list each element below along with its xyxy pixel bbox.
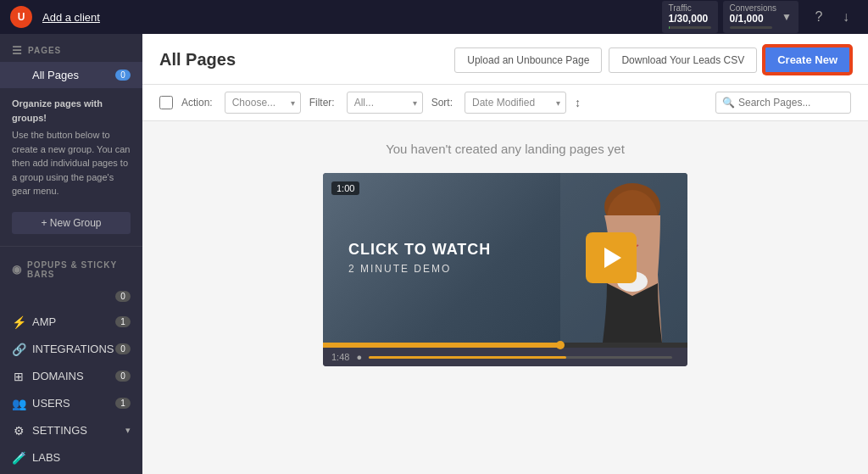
sidebar-item-users[interactable]: 👥 USERS 1 (0, 390, 142, 417)
empty-state-message: You haven't created any landing pages ye… (386, 142, 625, 156)
domains-icon: ⊞ (12, 370, 25, 383)
video-left-content: CLICK TO WATCH 2 MINUTE DEMO (323, 241, 491, 275)
search-input[interactable] (715, 92, 851, 114)
help-icon[interactable]: ? (807, 5, 831, 29)
video-thumbnail: 1:00 CLICK TO WATCH 2 MINUTE DEMO (323, 173, 687, 343)
sidebar: ☰ PAGES All Pages 0 Organize pages with … (0, 34, 142, 474)
add-client-link[interactable]: Add a client (42, 11, 100, 24)
users-label: USERS (32, 397, 70, 410)
sidebar-item-settings[interactable]: ⚙ SETTINGS ▾ (0, 417, 142, 444)
search-icon: 🔍 (722, 97, 735, 109)
page-title: All Pages (159, 50, 448, 70)
click-to-watch-text: CLICK TO WATCH (348, 241, 491, 259)
conversions-stat: Conversions 0/1,000 ▼ (723, 1, 798, 33)
domains-badge: 0 (115, 371, 131, 382)
sort-select-wrapper: Date Modified ▾ (465, 92, 566, 114)
progress-fill (323, 343, 560, 348)
logo[interactable]: U (10, 6, 32, 28)
action-select[interactable]: Choose... (225, 92, 301, 114)
traffic-bar (669, 26, 711, 29)
select-all-checkbox[interactable] (159, 96, 173, 109)
popups-label: POPUPS & STICKY BARS (27, 260, 131, 279)
sidebar-item-all-pages[interactable]: All Pages 0 (0, 62, 142, 88)
popups-icon: ◉ (12, 263, 22, 276)
sort-direction-icon[interactable]: ↕ (575, 96, 581, 109)
integrations-icon: 🔗 (12, 343, 25, 356)
video-progress-bar (323, 343, 687, 348)
progress-dot-icon: ● (356, 352, 362, 362)
new-group-button[interactable]: + New Group (12, 212, 131, 234)
play-triangle-icon (604, 248, 621, 268)
settings-label: SETTINGS (32, 424, 87, 437)
pages-icon: ☰ (12, 44, 23, 57)
create-new-button[interactable]: Create New (764, 46, 851, 74)
sidebar-item-label: All Pages (32, 69, 79, 81)
filter-select-wrapper: All... ▾ (347, 92, 423, 114)
traffic-stat: Traffic 1/30,000 (662, 1, 718, 33)
conversions-value: 0/1,000 (730, 13, 777, 25)
sort-select[interactable]: Date Modified (465, 92, 566, 114)
settings-icon: ⚙ (12, 424, 25, 438)
empty-state: You haven't created any landing pages ye… (142, 121, 868, 474)
download-nav-icon[interactable]: ↓ (834, 5, 858, 29)
sidebar-divider-1 (0, 246, 142, 247)
all-pages-badge: 0 (115, 70, 131, 81)
upload-page-button[interactable]: Upload an Unbounce Page (454, 47, 602, 73)
main-header: All Pages Upload an Unbounce Page Downlo… (142, 34, 868, 85)
video-card[interactable]: 1:00 CLICK TO WATCH 2 MINUTE DEMO (323, 173, 687, 366)
main-content: All Pages Upload an Unbounce Page Downlo… (142, 34, 868, 474)
action-select-wrapper: Choose... ▾ (225, 92, 301, 114)
video-bottom: 1:48 ● (323, 348, 687, 366)
organize-title: Organize pages with groups! (12, 97, 131, 125)
popups-badge: 0 (115, 291, 131, 302)
labs-label: LABS (32, 451, 60, 464)
organize-text: Use the button below to create a new gro… (12, 128, 131, 198)
progress-dot (556, 341, 565, 349)
sidebar-item-amp[interactable]: ⚡ AMP 1 (0, 309, 142, 336)
two-min-demo-text: 2 MINUTE DEMO (348, 263, 491, 275)
amp-badge: 1 (115, 316, 131, 327)
users-icon: 👥 (12, 397, 25, 410)
action-label: Action: (181, 97, 213, 109)
pages-section-header: ☰ PAGES (0, 34, 142, 62)
filter-select[interactable]: All... (347, 92, 423, 114)
amp-icon: ⚡ (12, 315, 25, 329)
amp-label: AMP (32, 315, 56, 328)
users-badge: 1 (115, 398, 131, 409)
filter-label: Filter: (309, 97, 335, 109)
sidebar-item-integrations[interactable]: 🔗 INTEGRATIONS 0 (0, 336, 142, 363)
top-nav: U Add a client Traffic 1/30,000 Conversi… (0, 0, 868, 34)
conversions-bar (730, 26, 772, 29)
integrations-badge: 0 (115, 343, 131, 354)
search-wrapper: 🔍 (715, 92, 851, 114)
conversions-label: Conversions (730, 3, 777, 13)
labs-icon: 🧪 (12, 451, 25, 465)
domains-label: DOMAINS (32, 370, 84, 382)
sidebar-item-popups[interactable]: 0 (0, 284, 142, 309)
popups-section-header: ◉ POPUPS & STICKY BARS (0, 250, 142, 284)
traffic-value: 1/30,000 (669, 13, 711, 25)
organize-section: Organize pages with groups! Use the butt… (0, 88, 142, 207)
sidebar-item-labs[interactable]: 🧪 LABS (0, 444, 142, 471)
sidebar-item-domains[interactable]: ⊞ DOMAINS 0 (0, 363, 142, 390)
integrations-label: INTEGRATIONS (32, 343, 114, 355)
toolbar: Action: Choose... ▾ Filter: All... ▾ Sor… (142, 85, 868, 121)
settings-arrow: ▾ (125, 425, 131, 436)
traffic-label: Traffic (669, 3, 711, 13)
play-button[interactable] (586, 232, 637, 283)
sort-label: Sort: (431, 97, 453, 109)
video-time-badge: 1:00 (331, 181, 359, 195)
video-current-time: 1:48 (331, 352, 349, 362)
download-leads-button[interactable]: Download Your Leads CSV (609, 47, 757, 73)
